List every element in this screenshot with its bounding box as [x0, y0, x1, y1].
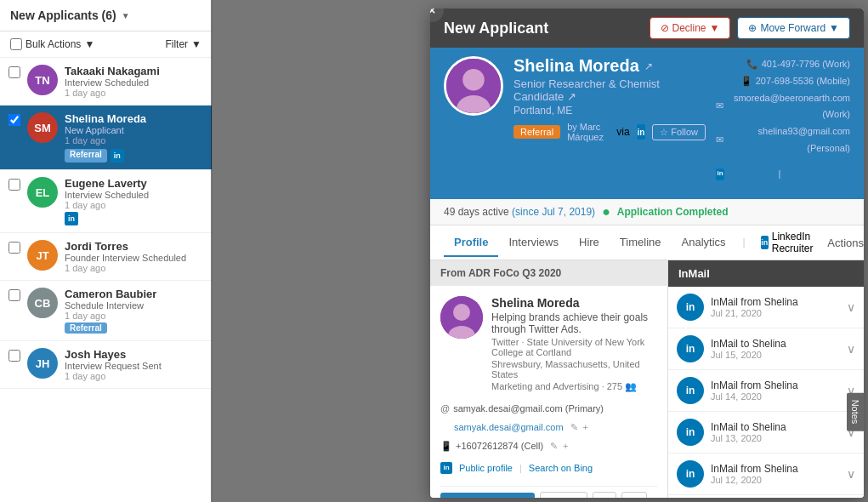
linkedin-profile-link[interactable]: LinkedIn Profile [728, 157, 774, 191]
sidebar: New Applicants (6) ▼ Bulk Actions ▼ Filt… [0, 0, 213, 502]
inmail-item[interactable]: in InMail from Shelina Jul 12, 2020 ∨ [668, 454, 864, 495]
additional-contact-link[interactable]: additional contact info [784, 157, 850, 191]
applicant-item[interactable]: JT Jordi Torres Founder Interview Schedu… [0, 233, 212, 281]
referral-badge: Referral [65, 149, 107, 163]
actions-label: Actions [827, 237, 864, 249]
applicant-checkbox[interactable] [9, 242, 20, 254]
search-bing-link[interactable]: Search on Bing [529, 459, 593, 477]
inmail-item[interactable]: in InMail to Shelina Jul 11, 2020 ∨ [668, 495, 864, 498]
move-forward-label: Move Forward [760, 22, 825, 34]
referral-badge: Referral [65, 322, 107, 334]
filter-label: Filter [165, 38, 188, 50]
profile-card-name: Shelina Moreda [491, 296, 657, 310]
inmail-item[interactable]: in InMail to Shelina Jul 13, 2020 ∨ [668, 412, 864, 454]
notes-tab[interactable]: Notes [847, 393, 864, 431]
applicant-name: Cameron Baubier [65, 288, 203, 300]
actions-button[interactable]: Actions ▼ [827, 237, 864, 249]
applicant-info: Takaaki Nakagami Interview Scheduled 1 d… [65, 65, 203, 98]
applicant-item[interactable]: SM Shelina Moreda New Applicant 1 day ag… [0, 106, 212, 170]
tab-linkedin-recruiter[interactable]: in LinkedIn Recruiter [752, 225, 828, 260]
phone-mobile-row: 📱 207-698-5536 (Mobile) [716, 73, 850, 90]
external-link-icon[interactable]: ↗ [567, 90, 576, 103]
email-link[interactable]: samyak.desai@gmail.com [454, 418, 564, 436]
profile-links: in Public profile | Search on Bing [440, 459, 657, 477]
email-button[interactable]: ✉ [593, 492, 616, 498]
linkedin-icon: in [111, 149, 124, 163]
applicant-checkbox[interactable] [9, 350, 20, 362]
more-button[interactable]: ••• [621, 492, 648, 498]
email-contact-item: @ samyak.desai@gmail.com (Primary) [440, 399, 657, 418]
inmail-item[interactable]: in InMail from Shelina Jul 21, 2020 ∨ [668, 287, 864, 328]
linkedin-recruiter-label: LinkedIn Recruiter [772, 231, 820, 254]
nav-actions: Actions ▼ [827, 237, 864, 249]
applicant-checkbox[interactable] [9, 179, 20, 191]
edit-icon[interactable]: ✎ [550, 436, 558, 455]
applicant-checkbox[interactable] [9, 289, 20, 301]
follow-button[interactable]: ☆ Follow [652, 124, 706, 140]
external-link-icon[interactable]: ↗ [644, 60, 653, 72]
modal-overlay[interactable]: × New Applicant ⊘ Decline ▼ ⊕ Move Forwa… [211, 0, 868, 502]
applicant-status: Interview Scheduled [65, 190, 203, 200]
add-icon[interactable]: + [583, 418, 588, 436]
tab-analytics[interactable]: Analytics [672, 229, 736, 257]
status-bar: 49 days active (since Jul 7, 2019) ● App… [430, 199, 864, 225]
inmail-date: Jul 14, 2020 [711, 391, 840, 402]
applicant-time: 1 day ago [65, 311, 203, 321]
applicant-item[interactable]: JH Josh Hayes Interview Request Sent 1 d… [0, 341, 212, 389]
select-all-checkbox[interactable] [10, 38, 22, 50]
applicant-status: Interview Request Sent [65, 361, 203, 371]
phone-icon: 📱 [440, 436, 452, 455]
star-icon: ☆ [660, 127, 668, 138]
change-stage-button[interactable]: Change stage ▼ [440, 493, 535, 498]
sidebar-header: New Applicants (6) ▼ [0, 0, 212, 31]
bulk-actions-chevron-icon: ▼ [84, 38, 94, 50]
tab-hire[interactable]: Hire [569, 229, 610, 257]
candidate-photo [446, 56, 501, 116]
candidate-header: Shelina Moreda ↗ Senior Researcher & Che… [430, 48, 864, 199]
linkedin-icon: in [440, 462, 452, 474]
applicant-item[interactable]: CB Cameron Baubier Schedule Interview 1 … [0, 281, 212, 341]
linkedin-icon: in [65, 212, 78, 225]
applicant-status: Founder Interview Scheduled [65, 253, 203, 263]
edit-icon[interactable]: ✎ [570, 418, 578, 436]
candidate-tags: Referral by Marc Márquez via in ☆ Follow [513, 122, 706, 142]
inmail-item[interactable]: in InMail from Shelina Jul 14, 2020 ∨ [668, 370, 864, 412]
applicant-item[interactable]: TN Takaaki Nakagami Interview Scheduled … [0, 58, 212, 106]
email-work-row: ✉ smoreda@beeronearth.com (Work) [716, 90, 850, 124]
public-profile-link[interactable]: Public profile [459, 459, 513, 477]
applicant-item[interactable]: EL Eugene Laverty Interview Scheduled 1 … [0, 170, 212, 233]
inmail-item[interactable]: in InMail to Shelina Jul 15, 2020 ∨ [668, 328, 864, 370]
tab-interviews[interactable]: Interviews [498, 229, 569, 257]
inmail-date: Jul 15, 2020 [711, 350, 840, 360]
linkedin-profile-row: in LinkedIn Profile | additional contact… [716, 157, 850, 191]
link-divider: | [519, 459, 522, 477]
filter-button[interactable]: Filter ▼ [165, 38, 201, 50]
connections-icon: 👥 [625, 381, 637, 391]
profile-card-header: Shelina Moreda Helping brands achieve th… [440, 296, 657, 392]
applicant-name: Josh Hayes [65, 348, 203, 361]
avatar: SM [27, 112, 58, 143]
referral-by: by Marc Márquez [567, 122, 610, 142]
applicant-name: Shelina Moreda [65, 112, 203, 125]
reject-button[interactable]: Reject [540, 492, 587, 498]
decline-button[interactable]: ⊘ Decline ▼ [650, 17, 731, 39]
inmail-date: Jul 21, 2020 [711, 308, 840, 318]
tab-timeline[interactable]: Timeline [610, 229, 672, 257]
chevron-down-icon: ∨ [847, 300, 855, 314]
applicant-checkbox[interactable] [9, 66, 20, 78]
avatar: JT [27, 240, 58, 271]
sidebar-title: New Applicants (6) [10, 9, 116, 22]
profile-card-headline: Helping brands achieve their goals throu… [491, 311, 657, 335]
avatar: JH [27, 348, 58, 379]
bulk-actions-button[interactable]: Bulk Actions ▼ [26, 38, 94, 50]
applicant-checkbox[interactable] [9, 114, 20, 126]
nav-divider: | [743, 237, 746, 248]
linkedin-icon: in [677, 294, 704, 321]
applicant-info: Jordi Torres Founder Interview Scheduled… [65, 240, 203, 273]
from-section-label: From ADR FoCo Q3 2020 [430, 260, 667, 286]
tab-profile[interactable]: Profile [444, 229, 498, 257]
move-forward-button[interactable]: ⊕ Move Forward ▼ [737, 17, 850, 39]
add-icon[interactable]: + [563, 436, 568, 455]
linkedin-icon: in [677, 335, 704, 362]
decline-icon: ⊘ [661, 22, 669, 34]
